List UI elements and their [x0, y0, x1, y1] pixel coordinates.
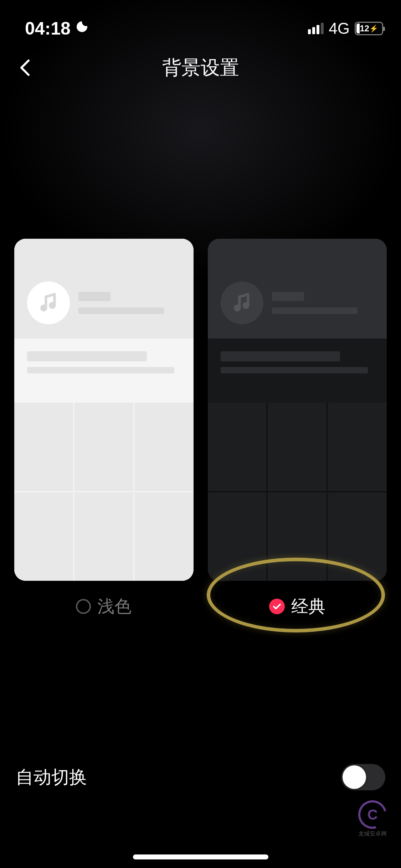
- battery-icon: 12 ⚡: [355, 22, 383, 35]
- status-right: 4G 12 ⚡: [308, 20, 383, 37]
- placeholder-line: [78, 292, 110, 301]
- status-time: 04:18: [25, 18, 71, 39]
- grid-cell: [135, 492, 194, 581]
- music-note-icon: [38, 291, 59, 314]
- battery-percent: 12: [360, 24, 369, 33]
- radio-checked-icon: [269, 599, 285, 614]
- home-indicator[interactable]: [133, 854, 268, 859]
- watermark: C 龙城安卓网: [358, 800, 401, 843]
- placeholder-line: [221, 351, 340, 361]
- grid-cell: [268, 492, 327, 581]
- radio-unchecked-icon: [76, 599, 91, 614]
- placeholder-line: [272, 292, 304, 301]
- charging-bolt-icon: ⚡: [369, 24, 378, 33]
- status-time-area: 04:18: [25, 18, 89, 39]
- theme-preview-light: [14, 239, 194, 581]
- svg-point-1: [49, 303, 55, 309]
- chevron-left-icon: [20, 59, 30, 76]
- avatar-placeholder: [221, 281, 263, 324]
- placeholder-line: [27, 351, 147, 361]
- theme-options: 浅色: [0, 93, 401, 618]
- theme-label-text: 浅色: [97, 595, 132, 618]
- network-type: 4G: [329, 20, 350, 37]
- grid-cell: [135, 403, 194, 491]
- theme-option-dark[interactable]: 经典: [208, 239, 387, 618]
- theme-label-light[interactable]: 浅色: [76, 595, 132, 618]
- page-title: 背景设置: [162, 55, 239, 81]
- auto-switch-label: 自动切换: [16, 765, 87, 789]
- theme-label-text: 经典: [291, 595, 325, 618]
- svg-point-0: [41, 305, 47, 311]
- grid-cell: [14, 403, 73, 491]
- status-bar: 04:18 4G 12 ⚡: [0, 0, 401, 43]
- placeholder-line: [27, 367, 174, 373]
- auto-switch-toggle[interactable]: [341, 764, 385, 790]
- music-note-icon: [232, 291, 252, 314]
- signal-icon: [308, 23, 324, 34]
- theme-option-light[interactable]: 浅色: [14, 239, 194, 618]
- grid-cell: [268, 403, 327, 491]
- checkmark-icon: [273, 603, 281, 610]
- placeholder-line: [221, 367, 368, 373]
- nav-header: 背景设置: [0, 43, 401, 93]
- grid-cell: [328, 403, 387, 491]
- grid-cell: [74, 492, 133, 581]
- back-button[interactable]: [14, 57, 36, 78]
- avatar-placeholder: [27, 281, 70, 324]
- watermark-text: 龙城安卓网: [358, 830, 401, 838]
- svg-point-3: [243, 303, 249, 309]
- grid-cell: [208, 492, 267, 581]
- placeholder-line: [78, 308, 164, 314]
- grid-cell: [208, 403, 267, 491]
- theme-label-dark[interactable]: 经典: [269, 595, 325, 618]
- dnd-moon-icon: [75, 20, 89, 37]
- grid-cell: [14, 492, 73, 581]
- grid-cell: [328, 492, 387, 581]
- svg-point-2: [234, 305, 240, 311]
- theme-preview-dark: [208, 239, 387, 581]
- auto-switch-row: 自动切换: [0, 764, 401, 790]
- grid-cell: [74, 403, 133, 491]
- placeholder-line: [272, 308, 358, 314]
- toggle-knob: [343, 765, 366, 789]
